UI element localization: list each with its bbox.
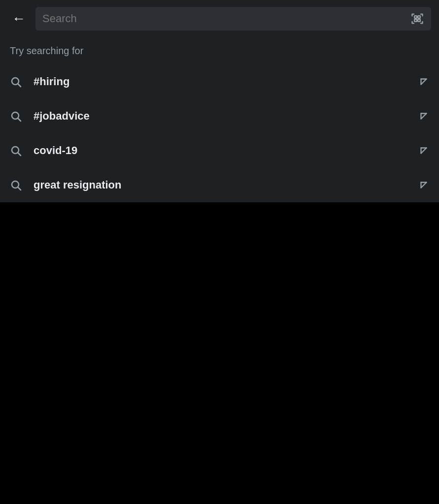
search-input[interactable]	[42, 12, 405, 25]
search-input-wrapper	[35, 7, 431, 31]
search-icon-jobadvice	[10, 110, 22, 122]
suggestion-text-jobadvice: #jobadvice	[34, 110, 406, 123]
svg-line-18	[421, 148, 427, 154]
arrow-icon-covid19	[418, 145, 429, 156]
svg-rect-1	[418, 16, 420, 18]
try-searching-label: Try searching for	[0, 37, 439, 64]
svg-rect-2	[414, 19, 417, 22]
svg-rect-0	[414, 16, 417, 18]
svg-line-5	[18, 84, 21, 87]
search-icon-great-resignation	[10, 179, 22, 191]
qr-scan-icon[interactable]	[410, 12, 424, 26]
suggestion-text-covid19: covid-19	[34, 144, 406, 157]
arrow-icon-hiring	[418, 76, 429, 87]
back-button[interactable]: ←	[8, 8, 30, 30]
suggestion-item-covid19[interactable]: covid-19	[0, 133, 439, 168]
header-row: ←	[0, 0, 439, 37]
search-icon-hiring	[10, 76, 22, 88]
suggestion-text-great-resignation: great resignation	[34, 179, 406, 191]
arrow-icon-jobadvice	[418, 111, 429, 122]
search-icon-covid19	[10, 145, 22, 157]
svg-line-13	[421, 114, 427, 119]
svg-rect-3	[418, 19, 420, 22]
svg-line-10	[18, 119, 21, 122]
suggestion-text-hiring: #hiring	[34, 75, 406, 88]
suggestions-list: #hiring #jobadvice	[0, 64, 439, 202]
suggestion-item-great-resignation[interactable]: great resignation	[0, 168, 439, 202]
app-container: ← Try sear	[0, 0, 439, 504]
svg-line-15	[18, 153, 21, 156]
suggestion-item-jobadvice[interactable]: #jobadvice	[0, 99, 439, 133]
arrow-icon-great-resignation	[418, 180, 429, 190]
svg-line-8	[421, 79, 427, 85]
svg-line-23	[421, 183, 427, 188]
svg-line-20	[18, 188, 21, 190]
suggestion-item-hiring[interactable]: #hiring	[0, 64, 439, 99]
bottom-area	[0, 202, 439, 504]
search-panel: ← Try sear	[0, 0, 439, 202]
